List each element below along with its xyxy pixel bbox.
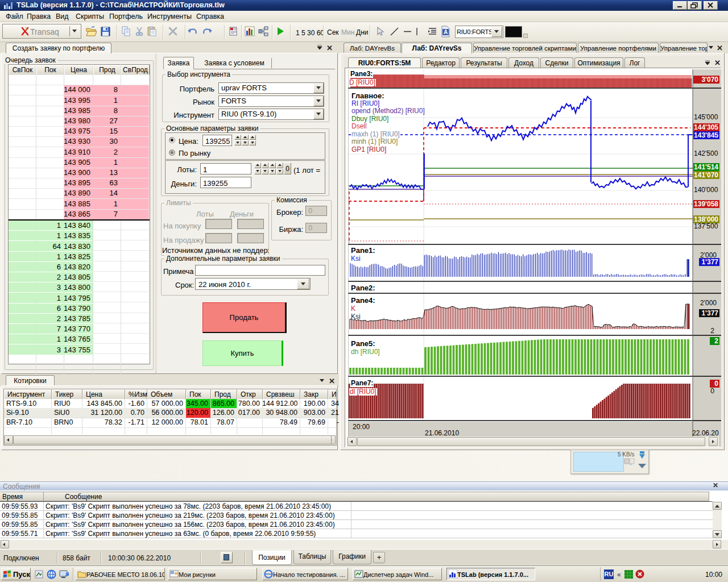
svg-text:A: A (444, 29, 448, 35)
